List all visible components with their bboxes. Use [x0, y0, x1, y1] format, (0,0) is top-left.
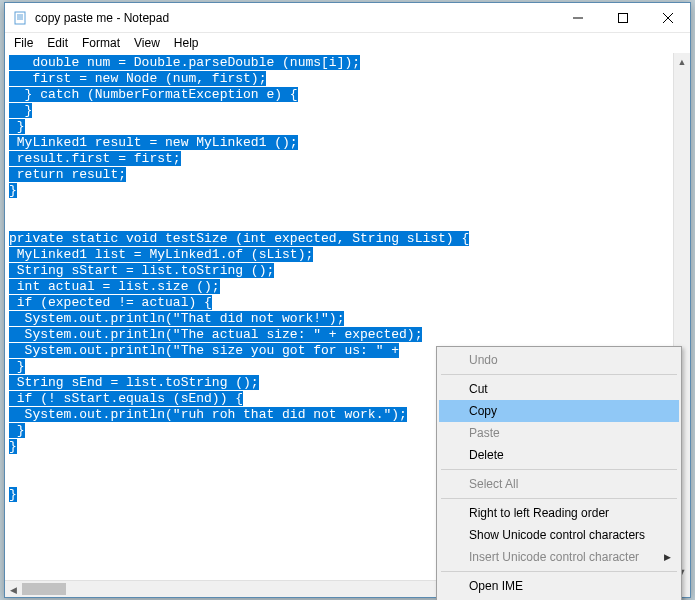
ctx-separator [441, 374, 677, 375]
ctx-insert-unicode[interactable]: Insert Unicode control character ▶ [439, 546, 679, 568]
svg-line-6 [663, 13, 673, 23]
menu-view[interactable]: View [127, 35, 167, 51]
close-button[interactable] [645, 3, 690, 33]
notepad-icon [13, 10, 29, 26]
ctx-insert-unicode-label: Insert Unicode control character [469, 550, 639, 564]
svg-rect-5 [618, 13, 627, 22]
ctx-show-unicode[interactable]: Show Unicode control characters [439, 524, 679, 546]
ctx-undo[interactable]: Undo [439, 349, 679, 371]
svg-line-7 [663, 13, 673, 23]
svg-rect-0 [15, 12, 25, 24]
menu-edit[interactable]: Edit [40, 35, 75, 51]
titlebar: copy paste me - Notepad [5, 3, 690, 33]
ctx-separator [441, 498, 677, 499]
submenu-arrow-icon: ▶ [664, 552, 671, 562]
ctx-select-all[interactable]: Select All [439, 473, 679, 495]
ctx-copy[interactable]: Copy [439, 400, 679, 422]
ctx-delete[interactable]: Delete [439, 444, 679, 466]
ctx-open-ime[interactable]: Open IME [439, 575, 679, 597]
ctx-paste[interactable]: Paste [439, 422, 679, 444]
context-menu: Undo Cut Copy Paste Delete Select All Ri… [436, 346, 682, 600]
maximize-button[interactable] [600, 3, 645, 33]
ctx-separator [441, 571, 677, 572]
scroll-left-icon[interactable]: ◀ [5, 581, 22, 597]
window-title: copy paste me - Notepad [35, 11, 555, 25]
menu-file[interactable]: File [7, 35, 40, 51]
ctx-separator [441, 469, 677, 470]
scroll-up-icon[interactable]: ▲ [674, 53, 690, 70]
ctx-cut[interactable]: Cut [439, 378, 679, 400]
menu-format[interactable]: Format [75, 35, 127, 51]
horizontal-scroll-thumb[interactable] [22, 583, 66, 595]
menu-help[interactable]: Help [167, 35, 206, 51]
minimize-button[interactable] [555, 3, 600, 33]
ctx-rtl[interactable]: Right to left Reading order [439, 502, 679, 524]
menubar: File Edit Format View Help [5, 33, 690, 53]
